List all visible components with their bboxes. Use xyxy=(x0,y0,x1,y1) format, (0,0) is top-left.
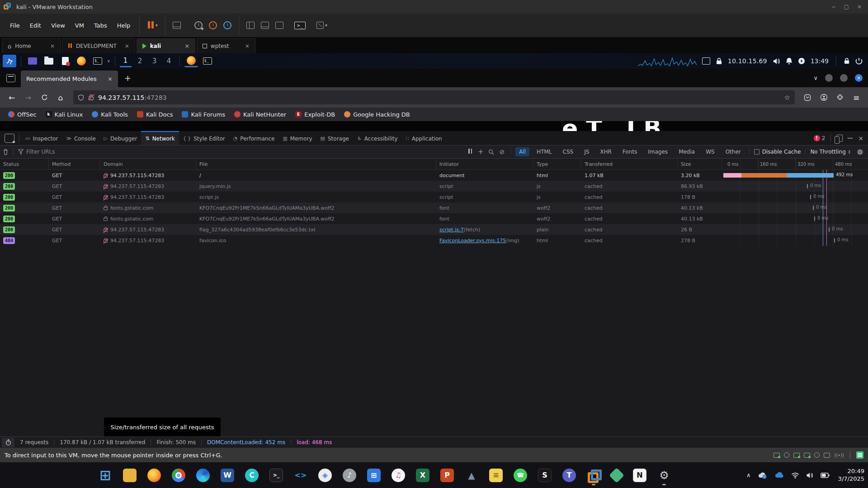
filter-css[interactable]: CSS xyxy=(559,147,577,156)
error-count-badge[interactable]: ! 2 xyxy=(814,135,826,141)
requests-count[interactable]: 7 requests xyxy=(14,437,54,448)
request-row[interactable]: 200 GET fonts.gstatic.com KFO7CnqEu92Fr1… xyxy=(0,213,868,224)
whatsapp-icon[interactable]: ☎ xyxy=(514,469,527,482)
filter-urls-input[interactable]: Filter URLs xyxy=(26,149,55,155)
devtools-tab-console[interactable]: ≫ Console xyxy=(62,131,99,145)
filter-js[interactable]: JS xyxy=(580,147,593,156)
menu-tabs[interactable]: Tabs xyxy=(90,20,112,31)
extensions-button[interactable] xyxy=(833,91,847,104)
list-all-tabs-icon[interactable]: ∨ xyxy=(813,75,818,81)
kali-menu-button[interactable] xyxy=(3,55,16,67)
bookmark-offsec[interactable]: OffSec xyxy=(5,110,40,119)
vm-display-maximize-button[interactable] xyxy=(840,74,848,82)
devtools-tab-style-editor[interactable]: { } Style Editor xyxy=(179,131,229,145)
tracking-protection-shield-icon[interactable] xyxy=(78,94,84,101)
vm-show-thumbnail-bar-button[interactable] xyxy=(258,20,272,31)
account-button[interactable] xyxy=(816,91,831,104)
add-request-icon[interactable]: + xyxy=(476,148,485,156)
workspace-4[interactable]: 4 xyxy=(163,55,175,67)
column-status[interactable]: Status xyxy=(0,159,49,169)
pause-recording-icon[interactable] xyxy=(468,149,473,155)
bookmark-star-icon[interactable]: ☆ xyxy=(784,94,790,102)
bookmark-kali-nethunter[interactable]: Kali NetHunter xyxy=(231,110,290,119)
vm-revert-snapshot-button[interactable] xyxy=(206,19,220,31)
bookmark-kali-docs[interactable]: Kali Docs xyxy=(133,110,177,119)
firefox-icon[interactable] xyxy=(147,469,161,482)
bookmark-google-hacking-db[interactable]: Google Hacking DB xyxy=(340,110,414,119)
sticky-notes-icon[interactable]: ≡ xyxy=(489,469,503,482)
edge-icon[interactable] xyxy=(196,469,210,482)
terminal-window-button[interactable]: $_ xyxy=(201,55,214,67)
text-editor-button[interactable] xyxy=(58,55,72,67)
file-manager-button[interactable] xyxy=(26,55,39,67)
throttling-select[interactable]: No Throttling ⇕ xyxy=(810,149,851,155)
devtools-tab-storage[interactable]: ▤ Storage xyxy=(316,131,353,145)
usb-status-icon[interactable] xyxy=(814,452,820,458)
itunes-icon[interactable]: ♫ xyxy=(392,469,405,482)
wifi-icon[interactable] xyxy=(791,472,799,479)
settings-icon[interactable]: ⚙ xyxy=(657,469,671,482)
close-icon[interactable]: × xyxy=(120,43,129,49)
excel-icon[interactable]: X xyxy=(416,469,429,482)
start-button[interactable]: ⊞ xyxy=(99,469,112,482)
column-initiator[interactable]: Initiator xyxy=(436,159,533,169)
back-button[interactable]: ← xyxy=(5,91,19,104)
devtools-tab-memory[interactable]: ▥ Memory xyxy=(278,131,316,145)
notion-icon[interactable]: N xyxy=(633,469,646,482)
initiator-link[interactable]: script.js:7 xyxy=(439,227,464,233)
column-method[interactable]: Method xyxy=(49,159,100,169)
filter-all[interactable]: All xyxy=(515,147,529,156)
filter-xhr[interactable]: XHR xyxy=(596,147,615,156)
url-bar[interactable]: 94.237.57.115:47283 ☆ xyxy=(73,90,795,104)
pocket-button[interactable] xyxy=(800,91,815,104)
drive-shield-icon[interactable]: ▲ xyxy=(465,469,478,482)
vm-send-ctrl-alt-del-button[interactable] xyxy=(170,20,184,31)
filter-media[interactable]: Media xyxy=(675,147,698,156)
workspace-2[interactable]: 2 xyxy=(134,55,146,67)
network-settings-gear-icon[interactable] xyxy=(857,149,863,155)
home-button[interactable]: ⌂ xyxy=(53,91,68,104)
cdrom-status-icon[interactable] xyxy=(784,452,789,458)
battery-icon[interactable] xyxy=(821,473,830,478)
vm-show-library-button[interactable] xyxy=(244,20,257,31)
workspace-1[interactable]: 1 xyxy=(120,55,132,67)
devtools-tab-network[interactable]: ⇅ Network xyxy=(141,131,179,145)
volume-icon[interactable] xyxy=(806,472,814,479)
size-transferred[interactable]: 170.87 kB / 1.07 kB transferred xyxy=(54,437,151,448)
weather-info-icon[interactable]: i xyxy=(758,472,768,479)
forward-button[interactable]: → xyxy=(21,91,35,104)
column-file[interactable]: File xyxy=(196,159,436,169)
screen-lock-icon[interactable] xyxy=(844,57,850,65)
block-requests-icon[interactable]: ⊘ xyxy=(498,148,506,155)
teams-icon[interactable]: T xyxy=(562,469,576,482)
vm-tab-wptest[interactable]: wptest × xyxy=(197,38,255,53)
workspace-3[interactable]: 3 xyxy=(149,55,160,67)
window-maximize-button[interactable]: ▢ xyxy=(844,4,849,10)
vm-console-view-button[interactable]: >_ xyxy=(294,22,306,29)
vm-display-close-button[interactable]: × xyxy=(855,74,863,82)
app-menu-button[interactable]: ≡ xyxy=(849,91,863,104)
request-row[interactable]: 404 GET 94.237.57.115:47283 favicon.ico … xyxy=(0,235,868,246)
vm-manage-snapshots-button[interactable] xyxy=(221,19,234,31)
vm-display-minimize-button[interactable] xyxy=(825,74,833,82)
powerpoint-icon[interactable]: P xyxy=(440,469,454,482)
filter-images[interactable]: Images xyxy=(644,147,671,156)
devtools-tab-accessibility[interactable]: ♿ Accessibility xyxy=(353,131,402,145)
column-domain[interactable]: Domain xyxy=(100,159,196,169)
clear-requests-trash-icon[interactable] xyxy=(3,149,9,155)
sound-status-icon[interactable] xyxy=(804,453,810,458)
message-log-icon[interactable] xyxy=(856,451,863,459)
taskbar-clock[interactable]: 20:49 3/7/2025 xyxy=(836,468,864,483)
vscode-icon[interactable]: <> xyxy=(294,469,307,482)
firefox-launcher-button[interactable] xyxy=(75,55,88,67)
browser-tab-recommended-modules[interactable]: Recommended Modules × xyxy=(21,70,118,87)
vmware-icon[interactable] xyxy=(587,469,600,482)
word-icon[interactable]: W xyxy=(221,469,234,482)
harddisk-status-icon[interactable] xyxy=(774,453,780,458)
menu-vm[interactable]: VM xyxy=(71,20,89,31)
window-minimize-button[interactable]: − xyxy=(831,4,836,10)
responsive-design-mode-icon[interactable] xyxy=(836,135,843,142)
request-row[interactable]: 200 GET 94.237.57.115:47283 flag_327a6c4… xyxy=(0,224,868,235)
filter-fonts[interactable]: Fonts xyxy=(619,147,641,156)
filter-ws[interactable]: WS xyxy=(702,147,718,156)
